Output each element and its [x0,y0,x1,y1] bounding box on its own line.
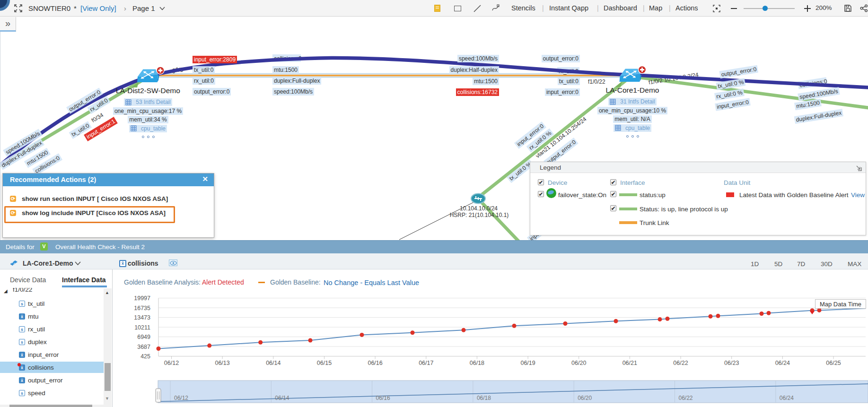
svg-text:06/24: 06/24 [780,395,794,401]
svg-text:06/21: 06/21 [623,360,637,366]
svg-text:06/15: 06/15 [317,360,332,366]
svg-text:06/25: 06/25 [826,360,841,366]
svg-text:16735: 16735 [134,305,150,312]
svg-text:06/22: 06/22 [673,360,688,366]
svg-text:13473: 13473 [134,314,150,321]
svg-text:06/18: 06/18 [470,360,484,366]
svg-text:06/14: 06/14 [266,360,281,366]
svg-text:06/16: 06/16 [368,360,382,366]
svg-text:19997: 19997 [134,295,150,302]
svg-text:06/16: 06/16 [376,395,390,401]
svg-text:06/20: 06/20 [571,360,586,366]
svg-text:06/17: 06/17 [419,360,433,366]
svg-text:425: 425 [140,353,150,360]
svg-text:6949: 6949 [137,334,150,340]
svg-text:3687: 3687 [137,344,150,350]
svg-text:06/19: 06/19 [520,360,535,366]
svg-text:06/12: 06/12 [164,360,179,366]
svg-text:06/14: 06/14 [275,395,289,401]
svg-text:06/23: 06/23 [724,360,739,366]
svg-text:06/13: 06/13 [215,360,229,366]
svg-text:10211: 10211 [134,324,150,331]
svg-text:06/24: 06/24 [775,360,790,366]
svg-text:06/18: 06/18 [477,395,491,401]
svg-text:06/12: 06/12 [174,395,188,401]
svg-text:06/20: 06/20 [578,395,592,401]
svg-text:06/22: 06/22 [678,395,693,401]
